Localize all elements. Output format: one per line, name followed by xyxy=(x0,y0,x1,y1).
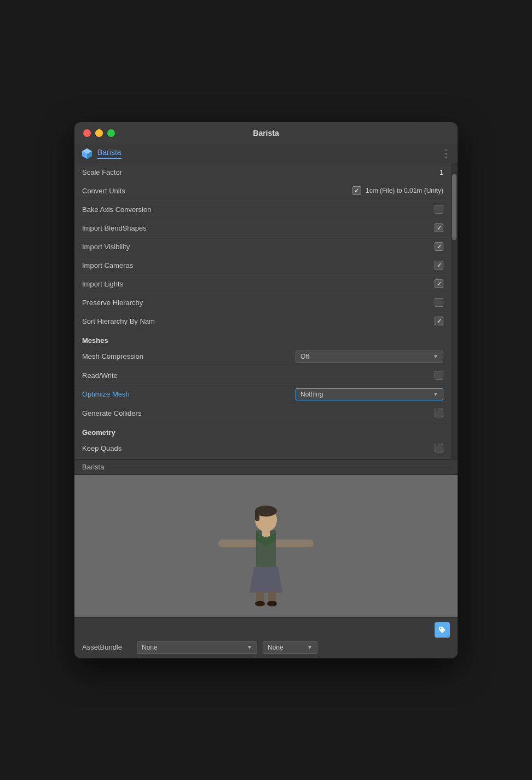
bottom-bar: AssetBundle None ▼ None ▼ xyxy=(74,617,458,658)
bake-axis-checkbox[interactable] xyxy=(435,205,443,214)
bake-axis-label: Bake Axis Conversion xyxy=(82,205,435,214)
optimize-mesh-value: Nothing xyxy=(300,391,323,398)
bake-axis-row: Bake Axis Conversion xyxy=(74,200,451,219)
import-lights-checkbox[interactable] xyxy=(435,279,443,288)
import-visibility-row: Import Visibility xyxy=(74,238,451,256)
svg-point-15 xyxy=(267,601,277,606)
preserve-hierarchy-row: Preserve Hierarchy xyxy=(74,294,451,312)
import-cameras-checkbox[interactable] xyxy=(435,261,443,269)
convert-units-row: Convert Units 1cm (File) to 0.01m (Unity… xyxy=(74,182,451,200)
keep-quads-checkbox[interactable] xyxy=(435,444,443,452)
optimize-mesh-arrow: ▼ xyxy=(433,391,438,397)
asset-bundle-dropdown-1[interactable]: None ▼ xyxy=(137,641,257,654)
import-visibility-label: Import Visibility xyxy=(82,243,435,251)
toolbar-left: Barista xyxy=(81,147,122,159)
svg-rect-9 xyxy=(255,510,259,521)
preview-area xyxy=(74,475,458,617)
read-write-label: Read/Write xyxy=(82,371,435,380)
asset-bundle-value-1: None xyxy=(142,644,158,651)
svg-point-16 xyxy=(440,627,442,629)
svg-rect-10 xyxy=(262,531,270,537)
tag-icon[interactable] xyxy=(435,622,450,638)
settings-panel: Scale Factor 1 Convert Units 1cm (File) … xyxy=(74,163,451,459)
barista-divider: Barista xyxy=(74,459,458,475)
scale-factor-row: Scale Factor 1 xyxy=(74,163,451,182)
optimize-mesh-row: Optimize Mesh Nothing ▼ xyxy=(74,385,451,404)
import-visibility-checkbox[interactable] xyxy=(435,242,443,251)
barista-section-label: Barista xyxy=(82,463,104,471)
generate-colliders-label: Generate Colliders xyxy=(82,409,435,417)
sort-hierarchy-checkbox[interactable] xyxy=(435,317,443,325)
generate-colliders-checkbox[interactable] xyxy=(435,409,443,417)
geometry-section-header: Geometry xyxy=(82,428,115,437)
scale-factor-label: Scale Factor xyxy=(82,168,440,176)
import-cameras-row: Import Cameras xyxy=(74,256,451,275)
mesh-compression-value: Off xyxy=(300,353,309,360)
sort-hierarchy-label: Sort Hierarchy By Nam xyxy=(82,317,435,325)
optimize-mesh-dropdown[interactable]: Nothing ▼ xyxy=(296,388,443,400)
convert-units-value: 1cm (File) to 0.01m (Unity) xyxy=(366,187,443,194)
scrollbar[interactable] xyxy=(451,163,458,459)
mesh-compression-label: Mesh Compression xyxy=(82,352,296,360)
minimize-button[interactable] xyxy=(95,129,103,137)
read-write-checkbox[interactable] xyxy=(435,371,443,380)
title-bar: Barista xyxy=(74,122,458,144)
import-blendshapes-row: Import BlendShapes xyxy=(74,219,451,238)
asset-bundle-row: AssetBundle None ▼ None ▼ xyxy=(82,641,450,654)
window-title: Barista xyxy=(253,129,279,137)
mesh-compression-row: Mesh Compression Off ▼ xyxy=(74,347,451,366)
geometry-section-header-row: Geometry xyxy=(74,423,451,439)
barista-divider-line xyxy=(109,467,450,467)
asset-bundle-arrow-1: ▼ xyxy=(247,644,252,650)
preserve-hierarchy-label: Preserve Hierarchy xyxy=(82,299,435,307)
svg-point-14 xyxy=(255,601,265,606)
read-write-row: Read/Write xyxy=(74,366,451,385)
meshes-section-header: Meshes xyxy=(82,336,108,345)
toolbar: Barista ⋮ xyxy=(74,144,458,163)
keep-quads-row: Keep Quads xyxy=(74,439,451,458)
toolbar-title[interactable]: Barista xyxy=(97,148,122,159)
more-options-button[interactable]: ⋮ xyxy=(441,147,451,159)
mesh-compression-arrow: ▼ xyxy=(433,353,438,359)
tag-row xyxy=(82,622,450,638)
optimize-mesh-label: Optimize Mesh xyxy=(82,390,296,398)
tag-svg xyxy=(438,626,447,634)
import-blendshapes-label: Import BlendShapes xyxy=(82,224,435,232)
generate-colliders-row: Generate Colliders xyxy=(74,404,451,423)
keep-quads-label: Keep Quads xyxy=(82,444,435,452)
preserve-hierarchy-checkbox[interactable] xyxy=(435,298,443,307)
traffic-lights xyxy=(83,129,115,137)
maximize-button[interactable] xyxy=(107,129,115,137)
asset-bundle-arrow-2: ▼ xyxy=(307,644,313,650)
main-window: Barista Barista ⋮ Scale Factor 1 Convert… xyxy=(74,122,458,658)
barista-cube-icon xyxy=(81,147,93,159)
scrollbar-thumb[interactable] xyxy=(452,174,456,240)
mesh-compression-dropdown[interactable]: Off ▼ xyxy=(296,351,443,363)
weld-vertices-row: Weld Vertices xyxy=(74,458,451,459)
close-button[interactable] xyxy=(83,129,91,137)
main-content: Scale Factor 1 Convert Units 1cm (File) … xyxy=(74,163,458,459)
import-cameras-label: Import Cameras xyxy=(82,261,435,269)
asset-bundle-value-2: None xyxy=(268,644,284,651)
asset-bundle-label: AssetBundle xyxy=(82,643,131,651)
import-blendshapes-checkbox[interactable] xyxy=(435,223,443,232)
scale-factor-value: 1 xyxy=(440,168,443,176)
meshes-section-header-row: Meshes xyxy=(74,331,451,347)
convert-units-checkbox[interactable] xyxy=(352,186,361,195)
import-lights-row: Import Lights xyxy=(74,275,451,294)
import-lights-label: Import Lights xyxy=(82,280,435,288)
sort-hierarchy-row: Sort Hierarchy By Nam xyxy=(74,312,451,331)
convert-units-label: Convert Units xyxy=(82,187,352,195)
character-preview xyxy=(211,486,321,606)
asset-bundle-dropdown-2[interactable]: None ▼ xyxy=(263,641,317,654)
svg-marker-6 xyxy=(250,567,282,593)
